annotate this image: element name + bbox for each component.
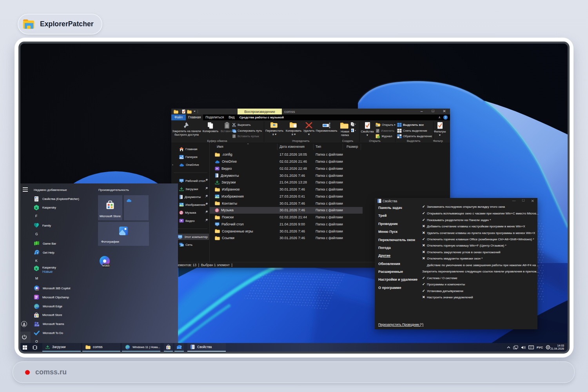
svg-text:M365: M365 [36, 289, 39, 291]
svg-text:k: k [36, 267, 38, 270]
svg-text:k: k [36, 206, 38, 210]
svg-text:T: T [35, 324, 36, 326]
svg-text:M365: M365 [102, 264, 109, 267]
svg-text:?: ? [36, 252, 38, 254]
